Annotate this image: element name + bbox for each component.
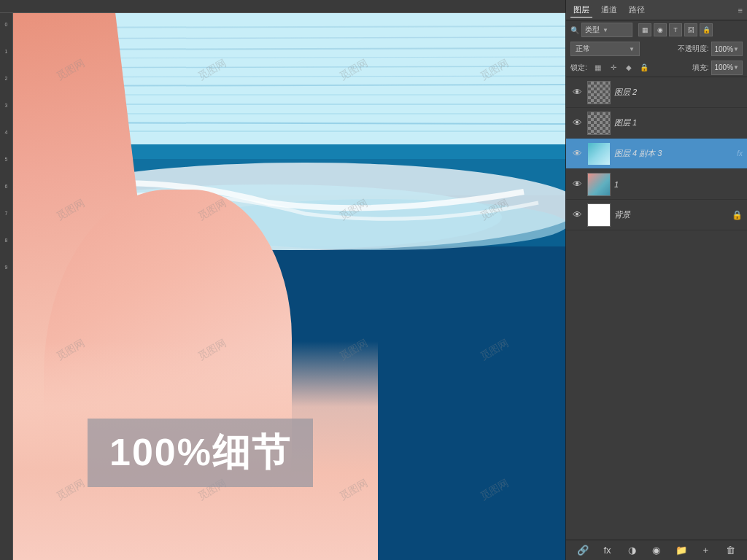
lock-position-btn[interactable]: ✛ [607,61,620,74]
layer-bg-eye[interactable]: 👁 [570,209,584,222]
layer-4copy3-fx: fx [737,149,743,158]
adjustment-btn[interactable]: ◉ [649,543,664,558]
opacity-label: 不透明度: [678,44,709,54]
tab-paths[interactable]: 路径 [626,3,648,18]
layer-4copy3-name: 图层 4 副本 3 [614,148,733,159]
layer-1-thumb [587,112,611,135]
layer-item-4copy3[interactable]: 👁 图层 4 副本 3 fx [566,139,747,169]
detail-overlay: 100%细节 [88,419,313,487]
filter-bar: 🔍 类型 ▼ ▦ ◉ T 囧 🔒 [566,20,747,39]
layer-style-btn[interactable]: fx [600,543,615,558]
ruler-tick-4: 4 [5,130,8,135]
layer-4copy3-thumb [587,142,611,166]
layer-bg-name: 背景 [614,209,728,220]
fill-label: 填充: [692,63,709,73]
filter-type-dropdown[interactable]: 类型 ▼ [581,23,632,37]
tab-layers[interactable]: 图层 [570,3,592,18]
lock-artboard-btn[interactable]: ◆ [622,61,635,74]
layer-bg-thumb [587,203,611,227]
ruler-top [0,0,565,13]
ruler-tick-8: 8 [5,238,8,243]
layer-bg-lock-icon: 🔒 [732,210,743,220]
group-btn[interactable]: 📁 [674,543,689,558]
lock-label: 锁定: [570,63,587,73]
ruler-tick-9: 9 [5,265,8,270]
layer-1-name: 图层 1 [614,117,743,128]
panel-bottom-toolbar: 🔗 fx ◑ ◉ 📁 + 🗑 [566,540,747,560]
lock-icons: ▦ ✛ ◆ 🔒 [592,61,651,74]
layers-list: 👁 图层 2 👁 图层 1 👁 图层 4 副本 3 fx 👁 1 👁 背 [566,77,747,540]
layer-1-eye[interactable]: 👁 [570,117,584,130]
panel-tabs: 图层 通道 路径 ≡ [566,0,747,20]
lock-all-btn[interactable]: 🔒 [638,61,651,74]
filter-icon-lock[interactable]: 🔒 [700,23,713,36]
link-layers-btn[interactable]: 🔗 [576,543,590,558]
layer-4copy3-eye[interactable]: 👁 [570,147,584,160]
lock-pixel-btn[interactable]: ▦ [592,61,605,74]
layer-num1-eye[interactable]: 👁 [570,178,584,191]
opacity-row: 不透明度: 100% ▼ [678,42,743,56]
layer-num1-thumb [587,173,611,196]
layer-item-1[interactable]: 👁 图层 1 [566,108,747,139]
ruler-left: 0 1 2 3 4 5 6 7 8 9 [0,0,13,560]
filter-icon-text[interactable]: T [669,23,682,36]
layer-2-eye[interactable]: 👁 [570,86,584,99]
detail-text: 100%细节 [109,431,291,473]
layer-item-2[interactable]: 👁 图层 2 [566,77,747,108]
fill-row: 填充: 100% ▼ [692,61,743,75]
ruler-tick-5: 5 [5,157,8,162]
ruler-tick-1: 1 [5,49,8,54]
tab-channels[interactable]: 通道 [598,3,620,18]
lock-row: 锁定: ▦ ✛ ◆ 🔒 填充: 100% ▼ [566,58,747,77]
blend-mode-row: 正常 ▼ 不透明度: 100% ▼ [566,39,747,58]
opacity-value[interactable]: 100% ▼ [711,42,743,56]
blend-mode-dropdown[interactable]: 正常 ▼ [570,42,640,56]
layer-item-num1[interactable]: 👁 1 [566,169,747,200]
layer-item-bg[interactable]: 👁 背景 🔒 [566,200,747,230]
delete-layer-btn[interactable]: 🗑 [723,543,738,558]
filter-icons: ▦ ◉ T 囧 🔒 [638,23,713,36]
panel-menu-icon[interactable]: ≡ [738,6,743,15]
mask-btn[interactable]: ◑ [624,543,639,558]
layer-2-thumb [587,81,611,104]
filter-icon-shape[interactable]: 囧 [684,23,697,36]
ruler-tick-7: 7 [5,211,8,216]
layer-2-name: 图层 2 [614,87,743,98]
new-layer-btn[interactable]: + [698,543,713,558]
ruler-tick-0: 0 [5,22,8,27]
layer-num1-name: 1 [614,180,743,189]
ruler-tick-3: 3 [5,103,8,108]
ruler-tick-6: 6 [5,184,8,189]
ruler-tick-2: 2 [5,76,8,81]
canvas-area: 100%细节 觅图网 觅图网 觅图网 觅图网 觅图网 觅图网 觅图网 觅图网 觅… [0,0,565,560]
filter-icon-pixel[interactable]: ▦ [638,23,651,36]
filter-icon-adjust[interactable]: ◉ [654,23,667,36]
fill-value[interactable]: 100% ▼ [711,61,743,75]
layers-panel: 图层 通道 路径 ≡ 🔍 类型 ▼ ▦ ◉ T 囧 🔒 正常 ▼ 不透明度: [565,0,747,560]
